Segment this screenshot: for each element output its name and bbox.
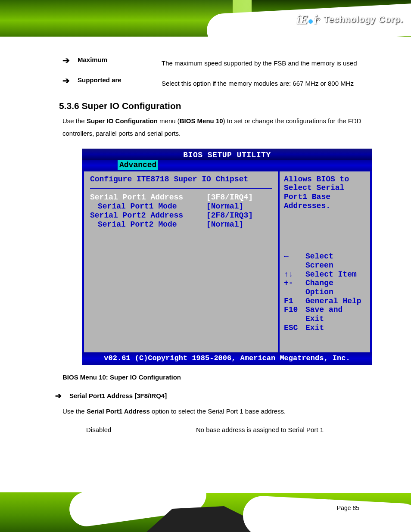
option-desc: No base address is assigned to Serial Po…: [196, 426, 324, 433]
option-name: Disabled: [86, 426, 196, 433]
bios-left-panel: Configure ITE8718 Super IO Chipset Seria…: [84, 171, 280, 352]
option-label: Serial Port2 Address: [90, 211, 206, 220]
sub-option-label: Serial Port1 Address [3F8/IRQ4]: [69, 392, 167, 399]
key: ESC: [284, 324, 305, 333]
key: F1: [284, 297, 305, 306]
logo-area: i E i ® Technology Corp.: [296, 12, 403, 27]
logo-letter: i: [314, 12, 317, 27]
key-row: F10Save and Exit: [284, 305, 366, 323]
page-content: ➔ Maximum The maximum speed supported by…: [0, 48, 411, 433]
setting-desc: Select this option if the memory modules…: [162, 80, 392, 87]
bios-option-serial2-addr: Serial Port2 Address [2F8/IRQ3]: [90, 211, 272, 220]
option-label: Serial Port1 Address: [90, 193, 206, 202]
logo-dot-icon: [308, 19, 313, 24]
option-label: Serial Port1 Mode: [90, 202, 206, 211]
sub-option-serial1: ➔ Serial Port1 Address [3F8/IRQ4]: [55, 392, 392, 401]
option-value: [Normal]: [206, 202, 243, 211]
key: F10: [284, 305, 305, 323]
setting-label: Supported are: [78, 76, 123, 84]
key-action: Select Screen: [305, 252, 366, 270]
setting-desc: The maximum speed supported by the FSB a…: [162, 59, 392, 67]
section-heading: 5.3.6 Super IO Configuration: [59, 101, 392, 111]
bold-text: Serial Port1 Address: [87, 408, 150, 415]
bold-text: Super IO Configuration: [87, 117, 158, 124]
key: ←: [284, 252, 305, 270]
setting-label: Maximum: [78, 56, 123, 63]
text: menu (: [158, 117, 180, 124]
bios-tab-advanced: Advanced: [118, 160, 158, 170]
swoosh-white-bottom: [0, 37, 411, 48]
text: Use the: [62, 117, 87, 124]
key-row: ←Select Screen: [284, 252, 366, 270]
figure-caption: BIOS Menu 10: Super IO Configuration: [62, 373, 392, 381]
bios-config-title: Configure ITE8718 Super IO Chipset: [90, 175, 272, 189]
bios-right-panel: Allows BIOS to Select Serial Port1 Base …: [280, 171, 370, 352]
bios-screenshot: BIOS SETUP UTILITY Advanced Configure IT…: [82, 149, 372, 365]
option-value: [3F8/IRQ4]: [206, 193, 253, 202]
key-action: Change Option: [305, 279, 366, 296]
arrow-right-icon: ➔: [62, 55, 70, 65]
logo-iei: i E i: [296, 12, 317, 27]
text: option to select the Serial Port 1 base …: [150, 408, 286, 415]
bios-copyright-footer: v02.61 (C)Copyright 1985-2006, American …: [82, 352, 372, 365]
arrow-right-icon: ➔: [55, 391, 62, 401]
bottom-banner: Page 85: [0, 480, 411, 532]
bios-option-serial1-addr: Serial Port1 Address [3F8/IRQ4]: [90, 193, 272, 202]
bios-key-help: ←Select Screen ↑↓Select Item +-Change Op…: [284, 252, 366, 332]
bios-help-text: Allows BIOS to Select Serial Port1 Base …: [284, 175, 366, 211]
text: Use the: [62, 408, 87, 415]
option-value: [2F8/IRQ3]: [206, 211, 253, 220]
key: +-: [284, 279, 305, 296]
registered-mark: ®: [317, 17, 320, 22]
section-paragraph: Use the Super IO Configuration menu (BIO…: [62, 115, 392, 140]
top-banner: i E i ® Technology Corp.: [0, 0, 411, 48]
sub-option-desc: Use the Serial Port1 Address option to s…: [62, 405, 392, 417]
bios-tab-bar: Advanced: [82, 160, 372, 171]
bios-title-bar: BIOS SETUP UTILITY: [82, 149, 372, 160]
key-action: Exit: [305, 324, 324, 333]
key: ↑↓: [284, 270, 305, 279]
key-action: Select Item: [305, 270, 357, 279]
logo-letter: i: [296, 12, 299, 27]
arrow-right-icon: ➔: [62, 75, 70, 86]
key-action: Save and Exit: [305, 305, 366, 323]
key-row: F1General Help: [284, 297, 366, 306]
menu-reference: BIOS Menu 10: [180, 117, 223, 124]
key-row: +-Change Option: [284, 279, 366, 296]
key-row: ↑↓Select Item: [284, 270, 366, 279]
page-label: Page 85: [337, 504, 359, 511]
pcb-decoration-left: [0, 0, 233, 41]
bios-option-serial1-mode: Serial Port1 Mode [Normal]: [90, 202, 272, 211]
option-label: Serial Port2 Mode: [90, 220, 206, 229]
key-row: ESCExit: [284, 324, 366, 333]
company-name: Technology Corp.: [324, 15, 403, 25]
option-disabled-row: Disabled No base address is assigned to …: [86, 426, 392, 433]
bios-option-serial2-mode: Serial Port2 Mode [Normal]: [90, 220, 272, 229]
key-action: General Help: [305, 297, 361, 306]
bios-body: Configure ITE8718 Super IO Chipset Seria…: [82, 171, 372, 352]
option-value: [Normal]: [206, 220, 243, 229]
logo-letter: E: [299, 12, 308, 27]
